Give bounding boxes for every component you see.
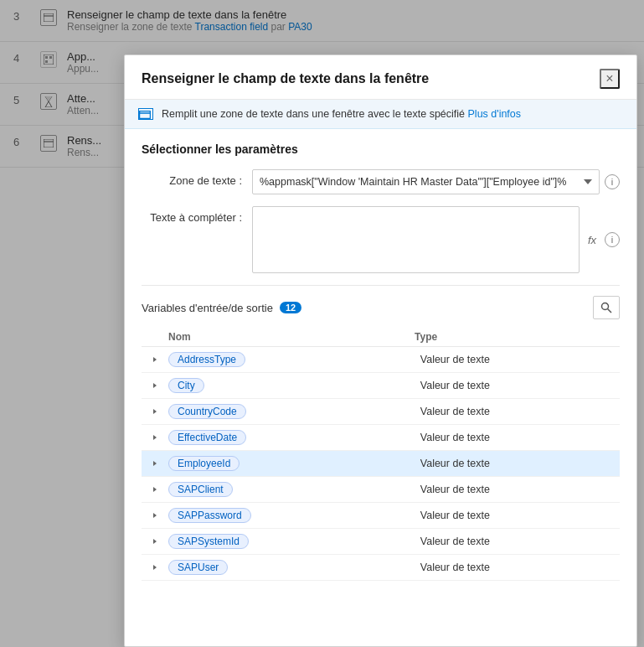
variable-tag[interactable]: SAPPassword bbox=[168, 508, 251, 523]
col-nom-header: Nom bbox=[168, 331, 408, 343]
table-row: SAPUser Valeur de texte bbox=[142, 555, 620, 581]
search-icon bbox=[600, 302, 612, 313]
table-header: Nom Type bbox=[142, 328, 620, 347]
texte-a-completer-info-icon[interactable]: i bbox=[605, 232, 620, 247]
modal-body: Sélectionner les paramètres Zone de text… bbox=[125, 129, 636, 646]
row-type-cell: Valeur de texte bbox=[420, 354, 616, 365]
texte-a-completer-row: Texte à compléter : fx i bbox=[142, 206, 620, 273]
row-name-cell: SAPUser bbox=[168, 560, 414, 575]
variables-search-button[interactable] bbox=[593, 296, 620, 319]
svg-rect-8 bbox=[140, 111, 151, 119]
row-type-cell: Valeur de texte bbox=[420, 510, 616, 521]
row-expand-icon[interactable] bbox=[148, 483, 162, 496]
table-row: AddressType Valeur de texte bbox=[142, 347, 620, 373]
variable-tag[interactable]: City bbox=[168, 378, 204, 393]
section-title: Sélectionner les paramètres bbox=[142, 142, 620, 156]
col-type-header: Type bbox=[415, 331, 606, 343]
table-row: EffectiveDate Valeur de texte bbox=[142, 425, 620, 451]
table-row: City Valeur de texte bbox=[142, 373, 620, 399]
texte-a-completer-control: fx i bbox=[252, 206, 620, 273]
row-expand-icon[interactable] bbox=[148, 405, 162, 418]
row-expand-icon[interactable] bbox=[148, 431, 162, 444]
variable-tag[interactable]: SAPUser bbox=[168, 560, 228, 575]
zone-de-texte-control: %appmask["Window 'Maintain HR Master Dat… bbox=[252, 169, 620, 194]
variables-header: Variables d'entrée/de sortie 12 bbox=[142, 296, 620, 319]
modal-header: Renseigner le champ de texte dans la fen… bbox=[125, 55, 636, 100]
zone-de-texte-label: Zone de texte : bbox=[142, 169, 242, 187]
row-name-cell: AddressType bbox=[168, 352, 414, 367]
row-name-cell: SAPPassword bbox=[168, 508, 414, 523]
table-row: SAPClient Valeur de texte bbox=[142, 477, 620, 503]
row-type-cell: Valeur de texte bbox=[420, 536, 616, 547]
table-row: SAPPassword Valeur de texte bbox=[142, 503, 620, 529]
modal-close-button[interactable]: × bbox=[600, 69, 620, 89]
svg-point-10 bbox=[602, 303, 609, 310]
variable-tag[interactable]: EmployeeId bbox=[168, 456, 240, 471]
row-type-cell: Valeur de texte bbox=[420, 432, 616, 443]
row-type-cell: Valeur de texte bbox=[420, 458, 616, 469]
variable-tag[interactable]: EffectiveDate bbox=[168, 430, 246, 445]
texte-a-completer-label: Texte à compléter : bbox=[142, 206, 242, 224]
row-name-cell: EmployeeId bbox=[168, 456, 414, 471]
row-type-cell: Valeur de texte bbox=[420, 562, 616, 573]
table-row: CountryCode Valeur de texte bbox=[142, 399, 620, 425]
row-expand-icon[interactable] bbox=[148, 561, 162, 574]
fx-button[interactable]: fx bbox=[585, 232, 600, 248]
row-type-cell: Valeur de texte bbox=[420, 380, 616, 391]
row-expand-icon[interactable] bbox=[148, 379, 162, 392]
info-window-icon bbox=[138, 108, 153, 120]
variables-table-body: AddressType Valeur de texte City Valeur … bbox=[142, 347, 620, 633]
modal-title: Renseigner le champ de texte dans la fen… bbox=[142, 71, 429, 86]
svg-line-11 bbox=[608, 309, 612, 313]
zone-de-texte-row: Zone de texte : %appmask["Window 'Mainta… bbox=[142, 169, 620, 194]
variable-tag[interactable]: CountryCode bbox=[168, 404, 246, 419]
row-type-cell: Valeur de texte bbox=[420, 484, 616, 495]
texte-a-completer-input[interactable] bbox=[252, 206, 580, 273]
row-name-cell: EffectiveDate bbox=[168, 430, 414, 445]
variables-badge: 12 bbox=[280, 302, 301, 313]
variable-tag[interactable]: SAPSystemId bbox=[168, 534, 249, 549]
row-expand-icon[interactable] bbox=[148, 509, 162, 522]
zone-de-texte-info-icon[interactable]: i bbox=[605, 174, 620, 189]
variables-label: Variables d'entrée/de sortie 12 bbox=[142, 302, 301, 314]
info-banner-text: Remplit une zone de texte dans une fenêt… bbox=[162, 108, 521, 120]
table-row: EmployeeId Valeur de texte bbox=[142, 451, 620, 477]
variable-tag[interactable]: SAPClient bbox=[168, 482, 233, 497]
table-row: SAPSystemId Valeur de texte bbox=[142, 529, 620, 555]
zone-de-texte-select[interactable]: %appmask["Window 'Maintain HR Master Dat… bbox=[252, 169, 600, 194]
modal-dialog: Renseigner le champ de texte dans la fen… bbox=[124, 54, 637, 647]
row-name-cell: SAPSystemId bbox=[168, 534, 414, 549]
row-name-cell: City bbox=[168, 378, 414, 393]
row-expand-icon[interactable] bbox=[148, 535, 162, 548]
variable-tag[interactable]: AddressType bbox=[168, 352, 245, 367]
row-type-cell: Valeur de texte bbox=[420, 406, 616, 417]
row-expand-icon[interactable] bbox=[148, 353, 162, 366]
plus-dinfos-link[interactable]: Plus d'infos bbox=[468, 108, 522, 120]
info-banner: Remplit une zone de texte dans une fenêt… bbox=[125, 100, 636, 129]
row-expand-icon[interactable] bbox=[148, 457, 162, 470]
row-name-cell: SAPClient bbox=[168, 482, 414, 497]
variables-section: Variables d'entrée/de sortie 12 Nom Type bbox=[142, 285, 620, 633]
row-name-cell: CountryCode bbox=[168, 404, 414, 419]
